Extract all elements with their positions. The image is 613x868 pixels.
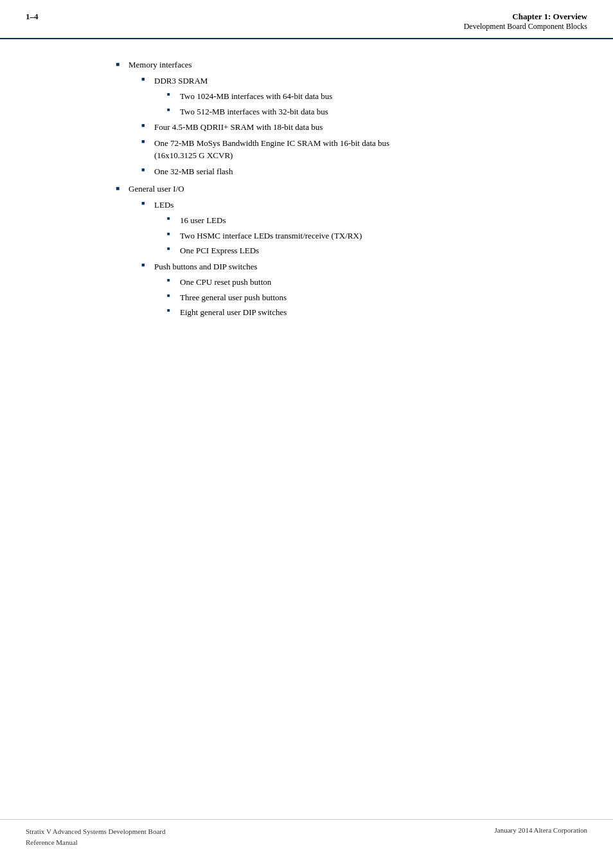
item-text: Push buttons and DIP switches bbox=[154, 262, 258, 271]
section-title: Development Board Component Blocks bbox=[464, 22, 587, 32]
level2-list: LEDs 16 user LEDs Two HSMC interface LED… bbox=[141, 199, 587, 319]
item-text: Two HSMC interface LEDs transmit/receive… bbox=[180, 231, 362, 240]
item-text: LEDs bbox=[154, 200, 173, 210]
list-item: General user I/O LEDs 16 user LEDs Two H… bbox=[116, 183, 587, 319]
page: 1–4 Chapter 1: Overview Development Boar… bbox=[0, 0, 613, 868]
item-text: Three general user push buttons bbox=[180, 293, 287, 302]
item-text: Two 1024-MB interfaces with 64-bit data … bbox=[180, 91, 332, 101]
level2-list: DDR3 SDRAM Two 1024-MB interfaces with 6… bbox=[141, 75, 587, 178]
item-text: One 72-MB MoSys Bandwidth Engine IC SRAM… bbox=[154, 138, 389, 161]
item-text: Memory interfaces bbox=[129, 60, 192, 69]
list-item: Four 4.5-MB QDRII+ SRAM with 18-bit data… bbox=[141, 121, 587, 134]
header-right: Chapter 1: Overview Development Board Co… bbox=[464, 12, 587, 32]
list-item: Memory interfaces DDR3 SDRAM Two 1024-MB… bbox=[116, 59, 587, 177]
chapter-title: Chapter 1: Overview bbox=[464, 12, 587, 22]
item-text: DDR3 SDRAM bbox=[154, 76, 208, 86]
top-level-list: Memory interfaces DDR3 SDRAM Two 1024-MB… bbox=[116, 59, 587, 319]
list-item: Two 1024-MB interfaces with 64-bit data … bbox=[167, 90, 587, 103]
level3-list: Two 1024-MB interfaces with 64-bit data … bbox=[167, 90, 587, 118]
list-item: One 72-MB MoSys Bandwidth Engine IC SRAM… bbox=[141, 137, 587, 162]
page-header: Chapter 1: Overview Development Board Co… bbox=[0, 0, 613, 39]
item-text: One PCI Express LEDs bbox=[180, 246, 259, 255]
level3-list: One CPU reset push button Three general … bbox=[167, 276, 587, 319]
item-text: 16 user LEDs bbox=[180, 215, 226, 225]
list-item: Three general user push buttons bbox=[167, 291, 587, 304]
footer-product: Stratix V Advanced Systems Development B… bbox=[26, 826, 165, 838]
item-text: Two 512-MB interfaces with 32-bit data b… bbox=[180, 107, 328, 116]
list-item: Push buttons and DIP switches One CPU re… bbox=[141, 260, 587, 319]
footer-right: January 2014 Altera Corporation bbox=[495, 826, 588, 849]
item-text: Four 4.5-MB QDRII+ SRAM with 18-bit data… bbox=[154, 122, 323, 132]
list-item: One 32-MB serial flash bbox=[141, 165, 587, 178]
item-text: One 32-MB serial flash bbox=[154, 167, 233, 176]
list-item: Eight general user DIP switches bbox=[167, 306, 587, 319]
footer-left: Stratix V Advanced Systems Development B… bbox=[26, 826, 165, 849]
list-item: 16 user LEDs bbox=[167, 214, 587, 227]
main-content: Memory interfaces DDR3 SDRAM Two 1024-MB… bbox=[0, 39, 613, 350]
list-item: One CPU reset push button bbox=[167, 276, 587, 289]
list-item: DDR3 SDRAM Two 1024-MB interfaces with 6… bbox=[141, 75, 587, 118]
list-item: One PCI Express LEDs bbox=[167, 244, 587, 257]
list-item: LEDs 16 user LEDs Two HSMC interface LED… bbox=[141, 199, 587, 257]
page-number: 1–4 bbox=[26, 12, 39, 22]
list-item: Two HSMC interface LEDs transmit/receive… bbox=[167, 230, 587, 242]
list-item: Two 512-MB interfaces with 32-bit data b… bbox=[167, 105, 587, 118]
item-text: One CPU reset push button bbox=[180, 277, 271, 287]
footer-manual: Reference Manual bbox=[26, 837, 165, 849]
item-text: Eight general user DIP switches bbox=[180, 307, 287, 317]
level3-list: 16 user LEDs Two HSMC interface LEDs tra… bbox=[167, 214, 587, 257]
page-footer: Stratix V Advanced Systems Development B… bbox=[0, 819, 613, 855]
item-text: General user I/O bbox=[129, 184, 184, 194]
